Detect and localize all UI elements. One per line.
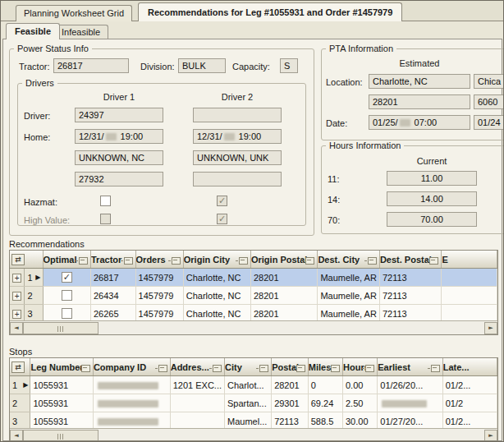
division-field[interactable]: BULK (178, 58, 226, 73)
cell[interactable]: Charlotte, NC (183, 269, 250, 287)
column-filter-icon[interactable] (79, 257, 88, 265)
field-chooser-icon[interactable]: ⇄ (11, 361, 25, 373)
cell[interactable] (43, 287, 91, 305)
expand-cell[interactable]: + (10, 287, 25, 305)
cell[interactable]: 2.50 (343, 394, 378, 412)
cell[interactable] (442, 287, 497, 305)
stop-row[interactable]: 2 1055931 Spartan... 29301 69.24 2.50 01… (10, 394, 497, 412)
column-header-leg-number[interactable]: Leg Number (30, 358, 94, 376)
cell[interactable]: 26434 (91, 287, 136, 305)
recommendation-row[interactable]: + 2 26434 1457979 Charlotte, NC 28201 Ma… (10, 287, 497, 305)
column-header-origin-city[interactable]: Origin City (183, 251, 250, 269)
cell[interactable]: Maumelle, AR (318, 287, 379, 305)
pta-postal2-field[interactable]: 6060 (474, 94, 504, 109)
pta-location2-field[interactable]: Chica (474, 74, 504, 89)
hazmat-driver1-checkbox[interactable] (100, 196, 111, 206)
tab-planning-worksheet-grid[interactable]: Planning Worksheet Grid (16, 5, 132, 21)
horizontal-scrollbar[interactable]: ◄ ► (10, 320, 497, 334)
scroll-right-button[interactable]: ► (484, 322, 497, 334)
column-header-dest-city[interactable]: Dest. City (318, 251, 379, 269)
column-filter-icon[interactable] (331, 365, 340, 372)
scroll-left-button[interactable]: ◄ (10, 430, 23, 441)
column-filter-icon[interactable] (365, 365, 374, 372)
scrollbar-thumb[interactable] (23, 430, 99, 441)
cell[interactable]: Maumelle, AR (318, 269, 379, 287)
home2-postal-field[interactable] (193, 172, 282, 186)
hazmat-driver2-checkbox[interactable] (217, 196, 227, 206)
home1-time-field[interactable]: 12/31/19:00 (75, 129, 163, 144)
cell[interactable] (170, 394, 224, 412)
column-header-orders[interactable]: Orders (135, 251, 183, 269)
scroll-right-button[interactable]: ► (484, 430, 497, 441)
column-header-optimal[interactable]: Optimal (43, 251, 91, 269)
column-header-miles[interactable]: Miles (308, 358, 342, 376)
high-value-driver2-checkbox[interactable] (217, 214, 227, 224)
expand-row-icon[interactable]: + (12, 292, 21, 301)
cell[interactable] (93, 394, 170, 412)
cell[interactable]: 01/26/20... (378, 376, 442, 394)
high-value-driver1-checkbox[interactable] (100, 214, 111, 224)
column-header-origin-postal[interactable]: Origin Postal (250, 251, 317, 269)
hours-70-field[interactable]: 70.00 (387, 212, 477, 227)
column-header-tractor[interactable]: Tractor (91, 251, 136, 269)
column-filter-icon[interactable] (124, 257, 133, 265)
horizontal-scrollbar[interactable]: ◄ ► (10, 428, 497, 441)
cell[interactable]: 1457979 (135, 269, 183, 287)
cell[interactable]: 26817 (91, 269, 136, 287)
column-filter-icon[interactable] (239, 257, 248, 265)
optimal-checkbox[interactable] (62, 290, 72, 301)
hours-14-field[interactable]: 14.00 (387, 191, 477, 206)
column-header-latest[interactable]: Late... (442, 358, 497, 376)
column-header-dest-postal[interactable]: Dest. Postal (379, 251, 442, 269)
row-selector-cell[interactable]: 1▶ (25, 269, 43, 287)
cell[interactable] (442, 269, 497, 287)
pta-location1-field[interactable]: Charlotte, NC (369, 74, 470, 89)
column-header-address[interactable]: Addres... (170, 358, 224, 376)
expand-cell[interactable]: + (10, 269, 25, 287)
cell[interactable]: 1201 EXC... (170, 376, 224, 394)
column-filter-icon[interactable] (368, 257, 377, 265)
cell[interactable] (43, 269, 91, 287)
home2-time-field[interactable]: 12/31/19:00 (193, 129, 282, 144)
pta-date1-field[interactable]: 01/25/07:00 (369, 115, 470, 130)
grid-corner-header[interactable]: ⇄ (10, 358, 30, 376)
home1-postal-field[interactable]: 27932 (75, 172, 163, 186)
cell[interactable] (93, 376, 170, 394)
scrollbar-thumb[interactable] (23, 322, 99, 334)
tab-recommendations[interactable]: Recommendations for Leg #1055931 and Ord… (138, 2, 402, 21)
pta-date2-field[interactable]: 01/24 (474, 115, 504, 130)
cell[interactable]: 01/2... (442, 376, 497, 394)
column-header-hours[interactable]: Hours (343, 358, 378, 376)
cell[interactable]: 28201 (250, 269, 317, 287)
cell[interactable]: 69.24 (308, 394, 342, 412)
cell[interactable]: 1055931 (30, 394, 94, 412)
field-chooser-icon[interactable]: ⇄ (11, 254, 25, 265)
cell[interactable]: 1457979 (135, 287, 183, 305)
driver1-field[interactable]: 24397 (75, 108, 163, 122)
pta-postal1-field[interactable]: 28201 (369, 94, 470, 109)
row-selector-cell[interactable]: 2 (25, 287, 43, 305)
cell[interactable]: Spartan... (225, 394, 272, 412)
home1-location-field[interactable]: UNKNOWN, NC (75, 150, 163, 165)
column-filter-icon[interactable] (296, 365, 305, 372)
cell[interactable]: 29301 (272, 394, 309, 412)
column-filter-icon[interactable] (213, 365, 222, 372)
tab-infeasible[interactable]: Infeasible (53, 25, 108, 39)
cell[interactable]: Charlot... (225, 376, 272, 394)
cell[interactable]: 28201 (250, 287, 317, 305)
grid-corner-header[interactable]: ⇄ (10, 251, 43, 269)
cell[interactable]: 01/2 (442, 394, 497, 412)
optimal-checkbox[interactable] (62, 272, 72, 283)
column-header-e[interactable]: E (442, 251, 497, 269)
expand-row-icon[interactable]: + (12, 310, 21, 319)
column-filter-icon[interactable] (158, 365, 167, 372)
expand-row-icon[interactable]: + (12, 274, 21, 283)
cell[interactable]: 72113 (379, 269, 442, 287)
cell[interactable]: 1055931 (30, 376, 94, 394)
optimal-checkbox[interactable] (62, 308, 72, 319)
cell[interactable]: 72113 (379, 287, 442, 305)
tractor-field[interactable]: 26817 (53, 58, 129, 73)
capacity-field[interactable]: S (280, 58, 298, 73)
column-filter-icon[interactable] (305, 257, 314, 265)
cell[interactable]: 28201 (272, 376, 309, 394)
